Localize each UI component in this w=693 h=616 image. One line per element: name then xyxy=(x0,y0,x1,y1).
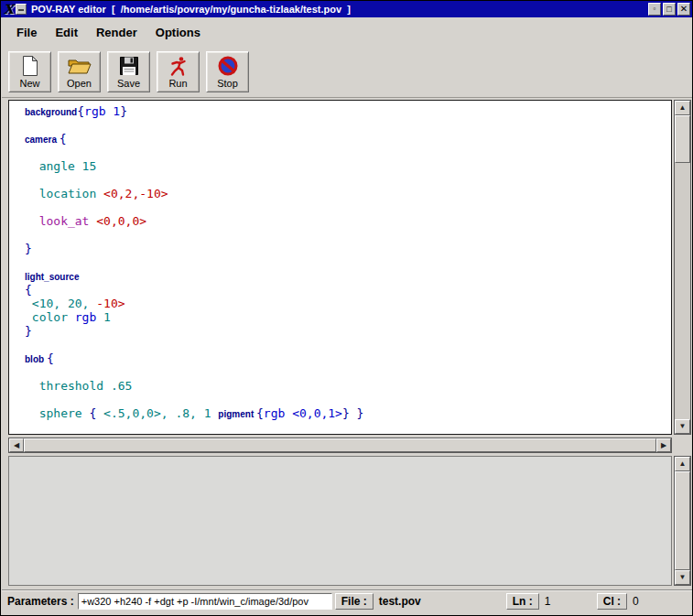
minimize-button[interactable]: ▫ xyxy=(648,3,661,16)
editor-scroll-right-button[interactable]: ▶ xyxy=(656,438,671,452)
file-label: File : xyxy=(335,593,374,610)
code-segment: <10, 20, xyxy=(25,297,96,310)
editor-hscroll-thumb[interactable] xyxy=(24,438,656,452)
editor-vscrollbar[interactable]: ▲ ▼ xyxy=(674,100,691,435)
line-label: Ln : xyxy=(506,593,539,610)
parameters-input[interactable]: +w320 +h240 -f +dgt +p -I/mnt/win_c/imag… xyxy=(78,593,332,610)
open-button[interactable]: Open xyxy=(58,51,101,92)
code-segment: 1 xyxy=(103,310,111,324)
close-button[interactable]: ✕ xyxy=(677,3,690,16)
output-vscroll-track[interactable] xyxy=(675,471,690,570)
menu-item-file[interactable]: File xyxy=(7,22,46,43)
menu-bar: File Edit Render Options xyxy=(2,18,693,46)
output-vscroll-thumb[interactable] xyxy=(675,471,690,570)
code-line xyxy=(25,146,667,159)
code-segment: { xyxy=(25,283,32,297)
save-floppy-icon xyxy=(119,55,139,77)
code-segment: rgb <0,0,1> xyxy=(264,406,342,420)
code-line: sphere { <.5,0,0>, .8, 1 pigment {rgb <0… xyxy=(25,406,667,420)
code-line xyxy=(25,200,667,214)
maximize-button[interactable]: □ xyxy=(663,3,676,16)
new-button-label: New xyxy=(19,78,39,89)
code-segment: rgb 1 xyxy=(84,104,120,118)
window-menu-icon[interactable] xyxy=(16,4,27,15)
code-segment: light_source xyxy=(25,272,79,282)
output-vscrollbar[interactable]: ▲ ▼ xyxy=(674,456,691,586)
code-segment: pigment xyxy=(218,409,256,419)
editor-scroll-left-button[interactable]: ◀ xyxy=(9,438,24,452)
code-segment: { xyxy=(89,406,103,420)
code-segment: } xyxy=(25,324,32,338)
run-button-label: Run xyxy=(168,78,187,89)
code-segment: } } xyxy=(342,406,363,420)
code-line: angle 15 xyxy=(25,159,667,173)
code-line: light_source xyxy=(25,269,667,283)
code-segment: { xyxy=(60,132,67,146)
tool-bar: New Open Save xyxy=(2,46,693,98)
run-icon xyxy=(168,55,189,77)
save-button[interactable]: Save xyxy=(107,51,150,92)
new-document-icon xyxy=(21,55,39,77)
code-line: } xyxy=(25,242,667,255)
editor-vscroll-track[interactable] xyxy=(675,115,690,419)
code-line: { xyxy=(25,283,667,297)
output-pane[interactable] xyxy=(8,456,672,586)
stop-button-label: Stop xyxy=(217,78,238,89)
x11-logo-icon: X xyxy=(4,3,14,16)
right-arrow-icon: ▶ xyxy=(661,442,666,449)
code-segment: <.5,0,0>, .8, 1 xyxy=(103,406,218,420)
code-segment: camera xyxy=(25,135,60,145)
code-line xyxy=(25,338,667,351)
code-line: <10, 20, -10> xyxy=(25,297,667,310)
code-line xyxy=(25,255,667,269)
code-segment: angle 15 xyxy=(25,159,96,173)
code-line: camera { xyxy=(25,132,667,146)
code-area: background{rgb 1} camera { angle 15 loca… xyxy=(9,101,671,420)
menu-item-render[interactable]: Render xyxy=(87,22,146,43)
save-button-label: Save xyxy=(117,78,140,89)
code-segment: sphere xyxy=(25,406,89,420)
code-segment: look_at xyxy=(25,214,96,228)
code-segment: { xyxy=(77,104,84,118)
column-label: Cl : xyxy=(597,593,627,610)
output-scroll-up-button[interactable]: ▲ xyxy=(675,457,690,471)
menu-item-options[interactable]: Options xyxy=(146,22,210,43)
code-segment: -10> xyxy=(96,297,125,310)
line-number-value: 1 xyxy=(539,593,594,610)
code-line xyxy=(25,365,667,379)
editor-scroll-up-button[interactable]: ▲ xyxy=(675,101,690,115)
open-button-label: Open xyxy=(67,78,92,89)
code-line: } xyxy=(25,324,667,338)
code-line: background{rgb 1} xyxy=(25,104,667,118)
parameters-label: Parameters : xyxy=(4,595,78,608)
code-line: look_at <0,0,0> xyxy=(25,214,667,228)
povray-editor-window: X POV-RAY editor [ /home/artis/povray/my… xyxy=(0,0,693,616)
code-segment: color xyxy=(25,310,75,324)
stop-icon xyxy=(217,55,239,77)
editor-hscrollbar[interactable]: ◀ ▶ xyxy=(8,438,672,453)
down-arrow-icon: ▼ xyxy=(679,574,687,581)
editor-pane[interactable]: background{rgb 1} camera { angle 15 loca… xyxy=(8,100,672,435)
output-scroll-down-button[interactable]: ▼ xyxy=(675,570,690,585)
editor-scroll-down-button[interactable]: ▼ xyxy=(675,419,690,434)
title-bar[interactable]: X POV-RAY editor [ /home/artis/povray/my… xyxy=(1,1,692,17)
editor-vscroll-thumb[interactable] xyxy=(675,115,690,163)
code-segment: <0,2,-10> xyxy=(103,187,168,200)
code-segment: rgb xyxy=(75,310,103,324)
up-arrow-icon: ▲ xyxy=(679,460,687,468)
code-segment: <0,0,0> xyxy=(96,214,146,228)
code-line: color rgb 1 xyxy=(25,310,667,324)
stop-button[interactable]: Stop xyxy=(206,51,249,92)
code-segment: background xyxy=(25,107,77,117)
code-line xyxy=(25,173,667,187)
code-segment: } xyxy=(25,242,32,255)
code-line xyxy=(25,393,667,406)
menu-item-edit[interactable]: Edit xyxy=(46,22,87,43)
up-arrow-icon: ▲ xyxy=(679,104,687,112)
editor-hscroll-track[interactable] xyxy=(24,438,656,452)
code-line: blob { xyxy=(25,351,667,365)
new-button[interactable]: New xyxy=(8,51,51,92)
column-number-value: 0 xyxy=(627,593,691,610)
run-button[interactable]: Run xyxy=(157,51,200,92)
open-folder-icon xyxy=(67,55,92,77)
